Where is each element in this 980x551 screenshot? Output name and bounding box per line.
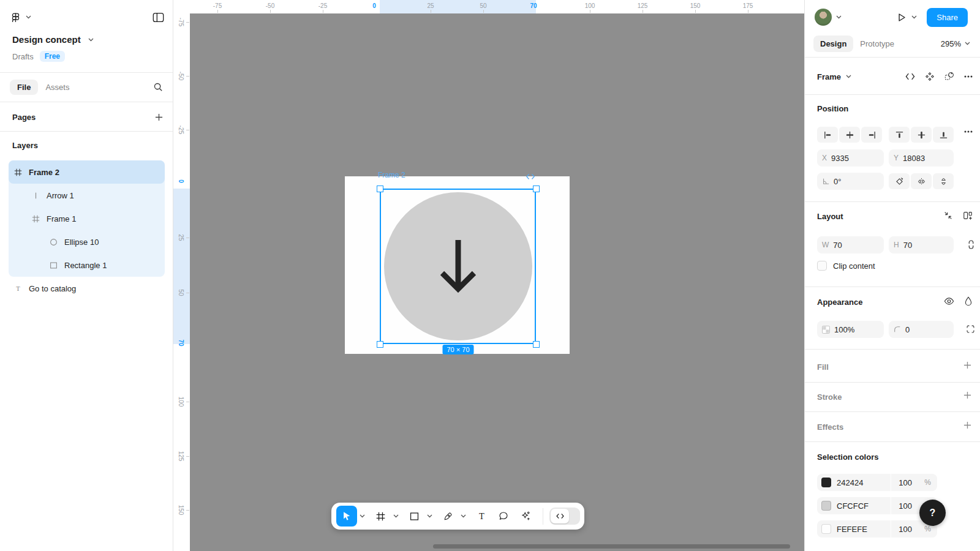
share-button[interactable]: Share: [927, 8, 968, 27]
use-as-mask-icon[interactable]: [944, 72, 954, 81]
resize-to-fit-icon[interactable]: [943, 211, 953, 220]
ruler-left-label: 25: [178, 234, 184, 241]
svg-text:T: T: [479, 511, 484, 521]
move-tool-chevron-icon[interactable]: [358, 506, 367, 527]
visibility-eye-icon[interactable]: [944, 297, 954, 305]
pen-tool[interactable]: [437, 506, 458, 527]
figma-logo-icon[interactable]: [11, 13, 20, 22]
help-button[interactable]: ?: [919, 500, 946, 526]
move-tool[interactable]: [336, 506, 357, 527]
color-hex-value[interactable]: FEFEFE: [837, 525, 891, 534]
opacity-field[interactable]: 100%: [817, 321, 884, 338]
selection-box[interactable]: [380, 189, 536, 344]
canvas[interactable]: Frame 2 70 × 70 -75-50-25025507010012515…: [173, 0, 804, 551]
shape-tool-chevron-icon[interactable]: [425, 506, 434, 527]
color-swatch[interactable]: [821, 478, 831, 487]
shape-tool[interactable]: [404, 506, 424, 527]
selected-element-type[interactable]: Frame: [817, 72, 841, 81]
x-position-field[interactable]: X 9335: [817, 149, 884, 167]
selection-handle-ne[interactable]: [533, 186, 540, 192]
clip-content-label[interactable]: Clip content: [833, 261, 875, 271]
color-opacity-value[interactable]: 100: [891, 478, 923, 487]
ruler-selection-highlight-top: [380, 0, 536, 13]
frame-tool-chevron-icon[interactable]: [391, 506, 401, 527]
align-bottom-icon[interactable]: [933, 127, 954, 143]
align-right-icon[interactable]: [861, 127, 882, 143]
tab-design[interactable]: Design: [813, 36, 853, 52]
color-swatch[interactable]: [821, 501, 831, 511]
align-left-icon[interactable]: [817, 127, 838, 143]
add-auto-layout-icon[interactable]: [963, 211, 973, 220]
search-icon[interactable]: [153, 82, 163, 92]
layer-row-frame-1[interactable]: Frame 1: [9, 207, 165, 230]
pen-tool-chevron-icon[interactable]: [459, 506, 468, 527]
y-position-field[interactable]: Y 18083: [889, 149, 954, 167]
file-location[interactable]: Drafts: [12, 52, 34, 61]
layer-row-go-to-catalog[interactable]: TGo to catalog: [9, 277, 165, 300]
present-chevron-icon[interactable]: [911, 15, 917, 19]
add-effect-icon[interactable]: [963, 421, 971, 429]
element-type-chevron-icon[interactable]: [846, 75, 851, 78]
x-label: X: [822, 154, 827, 162]
tab-assets[interactable]: Assets: [38, 80, 77, 95]
layer-row-frame-2[interactable]: Frame 2: [9, 160, 165, 184]
create-component-icon[interactable]: [925, 72, 935, 81]
constrain-proportions-icon[interactable]: [967, 239, 975, 250]
align-h-center-icon[interactable]: [839, 127, 860, 143]
align-top-icon[interactable]: [889, 127, 910, 143]
collapse-sidebar-icon[interactable]: [153, 12, 164, 23]
color-swatch[interactable]: [821, 524, 831, 534]
more-options-icon[interactable]: [964, 75, 973, 78]
add-page-icon[interactable]: [155, 113, 163, 121]
avatar-chevron-icon[interactable]: [836, 15, 842, 19]
dev-mode-toggle[interactable]: [549, 508, 580, 525]
layer-row-rectangle-1[interactable]: Rectangle 1: [9, 253, 165, 277]
zoom-control[interactable]: 295%: [941, 39, 970, 48]
opacity-checker-icon: [822, 326, 830, 334]
color-opacity-value[interactable]: 100: [891, 501, 923, 511]
actions-tool[interactable]: [515, 506, 536, 527]
selection-handle-se[interactable]: [533, 341, 540, 348]
layer-row-arrow-1[interactable]: Arrow 1: [9, 184, 165, 207]
tab-prototype[interactable]: Prototype: [853, 36, 901, 52]
clip-content-checkbox[interactable]: [817, 261, 827, 271]
frame-tool[interactable]: [370, 506, 391, 527]
plan-badge[interactable]: Free: [40, 51, 65, 62]
copy-as-code-icon[interactable]: [905, 73, 915, 80]
blend-mode-droplet-icon[interactable]: [964, 296, 973, 306]
horizontal-scrollbar[interactable]: [433, 544, 790, 549]
canvas-frame-label[interactable]: Frame 2: [378, 171, 405, 179]
add-stroke-icon[interactable]: [963, 391, 971, 399]
layer-name: Frame 2: [29, 168, 59, 177]
rotation-field[interactable]: 0°: [817, 173, 884, 190]
layout-header: Layout: [817, 212, 843, 221]
selection-color-row[interactable]: 242424100%: [817, 474, 937, 491]
user-avatar[interactable]: [815, 9, 832, 26]
selection-handle-sw[interactable]: [377, 341, 383, 348]
add-fill-icon[interactable]: [963, 361, 971, 369]
width-field[interactable]: W 70: [817, 236, 884, 253]
main-menu-chevron-icon[interactable]: [26, 15, 31, 19]
position-more-icon[interactable]: [964, 130, 973, 133]
tab-file[interactable]: File: [10, 80, 38, 95]
file-title[interactable]: Design concept: [12, 34, 81, 45]
flip-horizontal-icon[interactable]: [911, 173, 932, 189]
file-title-chevron-icon[interactable]: [88, 38, 94, 42]
rotate-icon[interactable]: [889, 173, 910, 189]
text-tool[interactable]: T: [471, 506, 492, 527]
pages-header[interactable]: Pages: [12, 113, 36, 122]
color-opacity-value[interactable]: 100: [891, 525, 923, 534]
selection-handle-nw[interactable]: [377, 186, 383, 192]
color-hex-value[interactable]: CFCFCF: [837, 501, 891, 511]
frame-code-icon[interactable]: [526, 173, 535, 180]
present-play-icon[interactable]: [896, 12, 907, 23]
height-field[interactable]: H 70: [889, 236, 954, 253]
comment-tool[interactable]: [493, 506, 514, 527]
flip-vertical-icon[interactable]: [933, 173, 954, 189]
corner-radius-field[interactable]: 0: [889, 321, 954, 338]
independent-corners-icon[interactable]: [966, 324, 975, 334]
color-hex-value[interactable]: 242424: [837, 478, 891, 487]
layer-row-ellipse-10[interactable]: Ellipse 10: [9, 230, 165, 253]
selection-color-row[interactable]: FEFEFE100%: [817, 520, 937, 538]
align-v-center-icon[interactable]: [911, 127, 932, 143]
